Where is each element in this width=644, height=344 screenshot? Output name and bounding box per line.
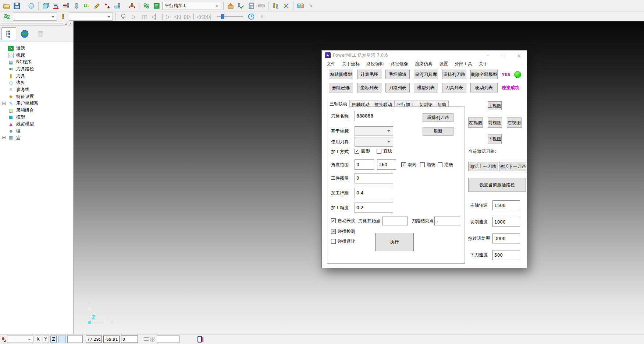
climb-checkbox-row[interactable]: 顺铣 xyxy=(420,162,435,168)
snap-value-field[interactable] xyxy=(67,336,83,343)
climb-checkbox[interactable] xyxy=(420,162,425,167)
ruler-icon[interactable] xyxy=(257,1,266,11)
collision-avoid-checkbox[interactable] xyxy=(331,239,336,244)
raster-strategy-icon[interactable] xyxy=(51,1,61,11)
menu-external-tools[interactable]: 外部工具 xyxy=(451,61,476,67)
feature-icon[interactable] xyxy=(113,1,122,11)
bidirectional-checkbox[interactable] xyxy=(401,162,406,167)
statusbar-dropdown[interactable] xyxy=(7,336,33,343)
circular-checkbox-row[interactable]: 圆形 xyxy=(355,148,370,154)
collision-avoid-checkbox-row[interactable]: 碰撞避让 xyxy=(331,238,355,245)
model-list-button[interactable]: 模型列表 xyxy=(414,83,438,92)
tree-item-macro[interactable]: 宏 xyxy=(0,134,73,141)
axis-x-button[interactable]: X xyxy=(35,336,41,343)
clipboard-pause-icon[interactable] xyxy=(198,336,202,343)
grid-snap-icon[interactable] xyxy=(58,336,66,343)
conventional-checkbox-row[interactable]: 逆铣 xyxy=(438,162,453,168)
tree-item-toolpaths[interactable]: 刀具路径 xyxy=(0,66,73,73)
view-right-button[interactable]: 右视图 xyxy=(507,117,522,128)
cursor-y-field[interactable] xyxy=(103,336,120,343)
stock-edit-button[interactable]: 毛坯编辑 xyxy=(385,70,410,79)
tree-item-machine[interactable]: 机床 xyxy=(0,52,73,59)
view-left-button[interactable]: 左视图 xyxy=(468,117,483,128)
panel-grip[interactable]: ▫ × xyxy=(0,21,73,26)
tree-item-levels-sets[interactable]: 层和组合 xyxy=(0,107,73,114)
cursor-z-field[interactable] xyxy=(121,336,138,343)
path-start-input[interactable] xyxy=(382,217,408,225)
tree-item-stock-model[interactable]: 残留模型 xyxy=(0,121,73,128)
position-field[interactable] xyxy=(157,336,179,343)
line-checkbox[interactable] xyxy=(377,149,381,154)
minimize-button[interactable]: – xyxy=(480,51,496,60)
bidirectional-checkbox-row[interactable]: 双向 xyxy=(401,162,417,168)
path-end-input[interactable] xyxy=(434,217,460,225)
refresh-button[interactable]: 刷新 xyxy=(423,127,453,136)
stock-remain-input[interactable] xyxy=(355,173,393,183)
spindle-speed-input[interactable] xyxy=(492,200,520,210)
pattern-pencil-icon[interactable] xyxy=(92,1,102,11)
menu-about[interactable]: 关于 xyxy=(476,61,491,67)
set-active-path-button[interactable]: 设置当前激活路径 xyxy=(468,178,526,192)
step-back-icon[interactable]: ◁▏ xyxy=(150,12,160,21)
tree-item-activate[interactable]: 激活 xyxy=(0,45,73,52)
auto-length-checkbox-row[interactable]: 自动长度 xyxy=(331,218,355,224)
angle-end-input[interactable] xyxy=(377,159,396,170)
pause-icon[interactable]: ▯▯ xyxy=(140,12,149,21)
viewport-3d[interactable]: Y X Z ★ PowerMILL 忆梦星河 7.0.6 – × 文件 关于坐标… xyxy=(74,21,644,334)
toolbox-icon[interactable] xyxy=(226,1,235,11)
cursor-x-field[interactable] xyxy=(86,336,102,343)
tool-icon[interactable] xyxy=(72,1,81,11)
rearrange-toolpaths-button[interactable]: 重排列刀路 xyxy=(442,70,466,79)
collision-check-checkbox-row[interactable]: 碰撞检测 xyxy=(331,228,355,235)
open-file-icon[interactable] xyxy=(2,1,11,11)
close-pane-icon[interactable]: × xyxy=(68,21,72,25)
menu-file[interactable]: 文件 xyxy=(323,61,339,67)
tree-item-feature-set[interactable]: 特征设置 xyxy=(0,93,73,100)
slider-handle[interactable] xyxy=(221,14,224,19)
use-tool-select[interactable] xyxy=(355,137,393,147)
go-end-icon[interactable]: ▷▷▏ xyxy=(204,12,213,21)
coord-base-select[interactable] xyxy=(355,126,393,136)
maximize-button[interactable] xyxy=(496,51,511,60)
menu-path-edit[interactable]: 路径编辑 xyxy=(363,61,387,67)
locate-icon[interactable]: + xyxy=(150,337,155,342)
dialog-titlebar[interactable]: ★ PowerMILL 忆梦星河 7.0.6 – × xyxy=(322,50,527,60)
fast-forward-icon[interactable]: ▷▷ xyxy=(182,12,192,21)
close-button[interactable]: × xyxy=(511,51,527,60)
world-view-button[interactable] xyxy=(17,27,32,40)
conventional-checkbox[interactable] xyxy=(438,162,442,167)
plunge-speed-input[interactable] xyxy=(492,250,520,260)
circular-checkbox[interactable] xyxy=(355,149,359,154)
line-checkbox-row[interactable]: 直线 xyxy=(377,148,392,154)
cutting-speed-input[interactable] xyxy=(492,217,520,227)
go-start-icon[interactable]: ▏◁◁ xyxy=(193,12,203,21)
compute-stock-button[interactable]: 计算毛坯 xyxy=(357,70,381,79)
menu-render-sim[interactable]: 渲染仿真 xyxy=(412,61,436,67)
tool-check-icon[interactable] xyxy=(236,1,246,11)
tool-list-button[interactable]: 刀具列表 xyxy=(442,83,466,92)
drive-list-button[interactable]: 驱动列表 xyxy=(470,83,498,92)
paste-new-model-button[interactable]: 粘贴新模型 xyxy=(329,70,353,79)
tool-pair-icon[interactable] xyxy=(271,1,281,11)
view-front-button[interactable]: 前视图 xyxy=(488,117,502,128)
tool-select[interactable] xyxy=(69,13,113,21)
tree-item-reference-line[interactable]: 参考线 xyxy=(0,86,73,93)
xyz-list-icon[interactable] xyxy=(144,337,149,341)
tool-gold-icon[interactable] xyxy=(58,12,68,21)
save-icon[interactable] xyxy=(12,1,22,11)
render-sphere-icon[interactable] xyxy=(26,1,36,11)
skim-feed-input[interactable] xyxy=(492,234,520,243)
toolpath-select[interactable] xyxy=(13,13,57,21)
calculator-icon[interactable] xyxy=(246,1,256,11)
coord-list-button[interactable]: 坐标列表 xyxy=(357,83,381,92)
points-icon[interactable] xyxy=(103,1,112,11)
expand-icon[interactable] xyxy=(2,102,6,105)
axis-z-button[interactable]: Z xyxy=(50,336,57,343)
view-bottom-button[interactable]: 下视图 xyxy=(488,134,502,144)
play-icon[interactable]: ▷ xyxy=(129,12,139,21)
execute-button[interactable]: 执行 xyxy=(375,233,414,251)
toolpath-spring-icon[interactable] xyxy=(142,1,151,11)
rearrange-button[interactable]: 重排列刀路 xyxy=(423,113,453,122)
tree-item-boundary[interactable]: 边界 xyxy=(0,79,73,86)
toolpath-spring-icon[interactable] xyxy=(2,12,12,21)
